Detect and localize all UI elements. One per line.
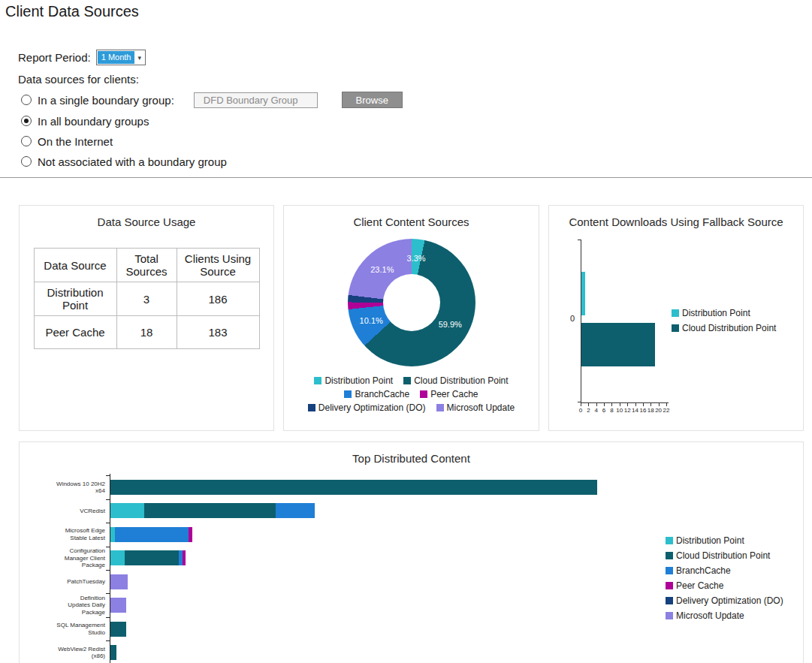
- bar-segment-microsoft-update: [110, 598, 126, 613]
- category-label: Microsoft Edge Stable Latest: [20, 527, 105, 541]
- client-content-sources-panel: Client Content Sources 3.3%59.9%10.1%23.…: [283, 205, 539, 431]
- legend-swatch: [666, 597, 673, 604]
- data-source-usage-table: Data SourceTotal SourcesClients Using So…: [34, 248, 260, 349]
- x-tick-label: 22: [660, 407, 672, 414]
- radio-row-not-associated: Not associated with a boundary group: [21, 153, 227, 170]
- bar-segment-cloud-distribution-point: [110, 480, 597, 495]
- legend-item-cloud-distribution-point: Cloud Distribution Point: [666, 550, 783, 561]
- legend-swatch: [666, 582, 673, 589]
- bar-cloud-distribution-point: [581, 323, 655, 366]
- legend-item-distribution-point: Distribution Point: [672, 308, 776, 318]
- legend-swatch: [436, 404, 444, 411]
- table-cell: 18: [116, 316, 177, 349]
- table-cell: 183: [177, 316, 259, 349]
- table-cell: Peer Cache: [34, 316, 116, 349]
- radio-label-on-internet: On the Internet: [38, 135, 113, 148]
- radio-label-not-associated: Not associated with a boundary group: [38, 155, 227, 168]
- bar-segment-distribution-point: [110, 503, 144, 518]
- fallback-source-panel: Content Downloads Using Fallback Source …: [548, 205, 804, 431]
- radio-row-on-internet: On the Internet: [21, 133, 113, 149]
- legend-swatch: [666, 537, 673, 544]
- legend-swatch: [314, 377, 321, 384]
- category-label: Definition Updates Daily Package: [20, 595, 105, 616]
- legend-swatch: [666, 612, 673, 619]
- x-axis-tick: [651, 403, 651, 406]
- report-period-select[interactable]: 1 Month ▾: [96, 50, 146, 65]
- bar-segment-branchcache: [115, 527, 188, 542]
- client-content-sources-title: Client Content Sources: [284, 206, 539, 228]
- stacked-bar: [110, 574, 128, 589]
- donut-slice-label-branchcache: 10.1%: [360, 316, 383, 325]
- legend-label: Delivery Optimization (DO): [676, 595, 783, 606]
- boundary-group-input[interactable]: [194, 92, 318, 108]
- legend-swatch: [308, 404, 315, 411]
- y-axis-tick: [106, 617, 110, 618]
- legend-swatch: [666, 552, 673, 559]
- x-axis: [581, 402, 669, 403]
- stacked-bar: [110, 598, 126, 613]
- legend-item-cloud-distribution-point: Cloud Distribution Point: [403, 375, 508, 386]
- legend-item-peer-cache: Peer Cache: [666, 580, 783, 591]
- y-axis-tick: [106, 593, 110, 594]
- category-label: Windows 10 20H2 x64: [20, 481, 105, 495]
- bar-segment-peer-cache: [183, 550, 186, 565]
- top-distributed-content-legend: Distribution PointCloud Distribution Poi…: [666, 535, 783, 621]
- browse-button[interactable]: Browse: [342, 92, 403, 108]
- radio-on-internet[interactable]: [21, 136, 32, 146]
- y-axis: [581, 240, 581, 402]
- y-category-label: 0: [560, 314, 575, 323]
- y-axis-tick: [106, 640, 110, 641]
- bar-segment-microsoft-update: [110, 574, 128, 589]
- stacked-bar: [110, 622, 126, 637]
- column-header: Clients Using Source: [177, 249, 259, 282]
- radio-not-associated[interactable]: [21, 156, 32, 167]
- legend-item-microsoft-update: Microsoft Update: [666, 610, 783, 621]
- legend-label: Peer Cache: [676, 580, 723, 591]
- x-axis-tick: [627, 403, 628, 406]
- stacked-bar: [110, 527, 192, 542]
- x-axis-tick: [596, 403, 597, 406]
- bar-segment-cloud-distribution-point: [110, 645, 116, 660]
- bar-segment-cloud-distribution-point: [125, 550, 178, 565]
- legend-item-distribution-point: Distribution Point: [666, 535, 783, 546]
- radio-all-boundary-groups[interactable]: [21, 116, 32, 126]
- bar-segment-peer-cache: [189, 527, 192, 542]
- donut-slice-label-microsoft-update: 23.1%: [370, 265, 394, 274]
- category-label: VCRedist: [20, 508, 105, 515]
- bar-segment-cloud-distribution-point: [144, 503, 276, 518]
- bar-distribution-point: [581, 272, 585, 315]
- x-axis-tick: [611, 403, 612, 406]
- legend-swatch: [344, 390, 352, 398]
- report-period-selected-value: 1 Month: [98, 51, 135, 64]
- x-axis-tick: [581, 403, 581, 406]
- radio-row-all-boundary-groups: In all boundary groups: [21, 113, 149, 129]
- bar-segment-distribution-point: [110, 550, 125, 565]
- column-header: Total Sources: [116, 249, 177, 282]
- radio-single-boundary-group[interactable]: [21, 95, 32, 105]
- radio-label-single-boundary-group: In a single boundary group:: [38, 94, 174, 107]
- y-axis-tick: [106, 499, 110, 500]
- legend-label: BranchCache: [676, 565, 731, 576]
- table-cell: 3: [116, 282, 177, 316]
- legend-item-delivery-optimization-do: Delivery Optimization (DO): [308, 402, 426, 413]
- column-header: Data Source: [34, 249, 116, 282]
- bar-segment-cloud-distribution-point: [110, 622, 126, 637]
- legend-item-delivery-optimization-do: Delivery Optimization (DO): [666, 595, 783, 606]
- stacked-bar: [110, 503, 315, 518]
- client-content-sources-legend: Distribution PointCloud Distribution Poi…: [288, 375, 536, 413]
- legend-label: Distribution Point: [676, 535, 744, 546]
- table-cell: 186: [177, 282, 259, 316]
- legend-label: Delivery Optimization (DO): [318, 402, 426, 413]
- stacked-bar: [110, 480, 597, 495]
- top-distributed-content-panel: Top Distributed Content Windows 10 20H2 …: [19, 441, 804, 663]
- legend-swatch: [672, 309, 679, 317]
- category-label: Configuration Manager Client Package: [20, 547, 105, 569]
- x-axis-tick: [659, 403, 660, 406]
- stacked-bar: [110, 550, 186, 565]
- x-axis-tick: [604, 403, 605, 406]
- legend-swatch: [672, 324, 679, 332]
- y-axis-tick: [578, 240, 581, 240]
- legend-label: Cloud Distribution Point: [414, 375, 508, 386]
- legend-label: Cloud Distribution Point: [682, 323, 776, 333]
- data-sources-label: Data sources for clients:: [18, 73, 139, 86]
